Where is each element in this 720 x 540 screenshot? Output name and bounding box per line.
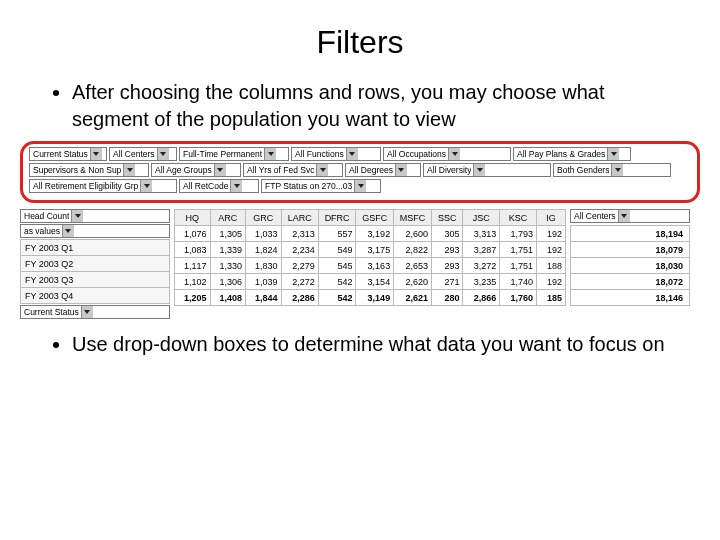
column-header: JSC <box>463 210 500 226</box>
filter-select[interactable]: All Functions <box>291 147 381 161</box>
cell: 1,306 <box>210 274 246 290</box>
row-labels-table: FY 2003 Q1FY 2003 Q2FY 2003 Q3FY 2003 Q4 <box>20 239 170 304</box>
total-cell: 18,072 <box>571 274 690 290</box>
chevron-down-icon <box>607 148 619 160</box>
cell: 192 <box>536 274 565 290</box>
chevron-down-icon <box>62 225 74 237</box>
select-label: All RetCode <box>183 180 228 192</box>
cell: 2,313 <box>281 226 318 242</box>
cell: 2,286 <box>281 290 318 306</box>
column-header: GSFC <box>356 210 394 226</box>
total-cell: 18,079 <box>571 242 690 258</box>
filter-select[interactable]: All Centers <box>570 209 690 223</box>
filter-select[interactable]: as values <box>20 224 170 238</box>
data-area: Head Countas values FY 2003 Q1FY 2003 Q2… <box>20 209 700 319</box>
filter-select[interactable]: FTP Status on 270...03 <box>261 179 381 193</box>
cell: 2,279 <box>281 258 318 274</box>
cell: 3,272 <box>463 258 500 274</box>
chevron-down-icon <box>71 210 83 222</box>
filter-select[interactable]: Full-Time Permanent <box>179 147 289 161</box>
filter-select[interactable]: All Degrees <box>345 163 421 177</box>
cell: 1,740 <box>500 274 537 290</box>
select-label: Current Status <box>33 148 88 160</box>
table-row: 1,2051,4081,8442,2865423,1492,6212802,86… <box>175 290 566 306</box>
total-cell: 18,194 <box>571 226 690 242</box>
filter-row: Supervisors & Non SupAll Age GroupsAll Y… <box>29 163 691 177</box>
chevron-down-icon <box>140 180 152 192</box>
table-row: 1,0831,3391,8242,2345493,1752,8222933,28… <box>175 242 566 258</box>
cell: 1,751 <box>500 242 537 258</box>
filter-select[interactable]: All Centers <box>109 147 177 161</box>
chevron-down-icon <box>90 148 102 160</box>
select-label: Current Status <box>24 306 79 318</box>
filter-select[interactable]: Current Status <box>29 147 107 161</box>
cell: 1,102 <box>175 274 211 290</box>
table-row: 1,1021,3061,0392,2725423,1542,6202713,23… <box>175 274 566 290</box>
cell: 185 <box>536 290 565 306</box>
bullet-item: Use drop-down boxes to determine what da… <box>72 331 680 358</box>
cell: 3,235 <box>463 274 500 290</box>
filter-select[interactable]: All Retirement Eligibility Grp <box>29 179 177 193</box>
select-label: All Functions <box>295 148 344 160</box>
select-label: Head Count <box>24 210 69 222</box>
filter-select[interactable]: Head Count <box>20 209 170 223</box>
cell: 1,844 <box>246 290 282 306</box>
chevron-down-icon <box>395 164 407 176</box>
chevron-down-icon <box>473 164 485 176</box>
cell: 192 <box>536 226 565 242</box>
column-header: DFRC <box>318 210 356 226</box>
chevron-down-icon <box>611 164 623 176</box>
row-label: FY 2003 Q4 <box>21 288 170 304</box>
filter-select[interactable]: All Diversity <box>423 163 551 177</box>
bullets-top: After choosing the columns and rows, you… <box>0 79 720 133</box>
chevron-down-icon <box>157 148 169 160</box>
filter-select[interactable]: All RetCode <box>179 179 259 193</box>
cell: 2,600 <box>394 226 432 242</box>
cell: 1,205 <box>175 290 211 306</box>
cell: 293 <box>432 242 463 258</box>
cell: 192 <box>536 242 565 258</box>
filter-select[interactable]: Both Genders <box>553 163 671 177</box>
chevron-down-icon <box>123 164 135 176</box>
cell: 2,653 <box>394 258 432 274</box>
column-header: GRC <box>246 210 282 226</box>
cell: 1,033 <box>246 226 282 242</box>
total-cell: 18,146 <box>571 290 690 306</box>
cell: 1,076 <box>175 226 211 242</box>
cell: 188 <box>536 258 565 274</box>
chevron-down-icon <box>264 148 276 160</box>
cell: 293 <box>432 258 463 274</box>
cell: 1,039 <box>246 274 282 290</box>
column-header: SSC <box>432 210 463 226</box>
cell: 3,154 <box>356 274 394 290</box>
filter-select[interactable]: All Occupations <box>383 147 511 161</box>
filter-select[interactable]: All Age Groups <box>151 163 241 177</box>
select-label: All Retirement Eligibility Grp <box>33 180 138 192</box>
total-cell: 18,030 <box>571 258 690 274</box>
filter-select[interactable]: All Yrs of Fed Svc <box>243 163 343 177</box>
filter-panel: Current StatusAll CentersFull-Time Perma… <box>20 141 700 203</box>
select-label: All Occupations <box>387 148 446 160</box>
cell: 280 <box>432 290 463 306</box>
grid-wrap: HQARCGRCLARCDFRCGSFCMSFCSSCJSCKSCIG1,076… <box>174 209 566 306</box>
cell: 1,408 <box>210 290 246 306</box>
filter-select[interactable]: Supervisors & Non Sup <box>29 163 149 177</box>
cell: 2,866 <box>463 290 500 306</box>
cell: 3,163 <box>356 258 394 274</box>
cell: 3,192 <box>356 226 394 242</box>
select-label: FTP Status on 270...03 <box>265 180 352 192</box>
cell: 1,824 <box>246 242 282 258</box>
data-grid: HQARCGRCLARCDFRCGSFCMSFCSSCJSCKSCIG1,076… <box>174 209 566 306</box>
filter-select[interactable]: All Pay Plans & Grades <box>513 147 631 161</box>
cell: 1,751 <box>500 258 537 274</box>
totals-table: 18,19418,07918,03018,07218,146 <box>570 225 690 306</box>
column-header: HQ <box>175 210 211 226</box>
cell: 2,272 <box>281 274 318 290</box>
filter-select[interactable]: Current Status <box>20 305 170 319</box>
select-label: Supervisors & Non Sup <box>33 164 121 176</box>
select-label: All Age Groups <box>155 164 212 176</box>
chevron-down-icon <box>346 148 358 160</box>
cell: 1,117 <box>175 258 211 274</box>
left-select-stack: Head Countas values FY 2003 Q1FY 2003 Q2… <box>20 209 170 319</box>
select-label: All Centers <box>113 148 155 160</box>
